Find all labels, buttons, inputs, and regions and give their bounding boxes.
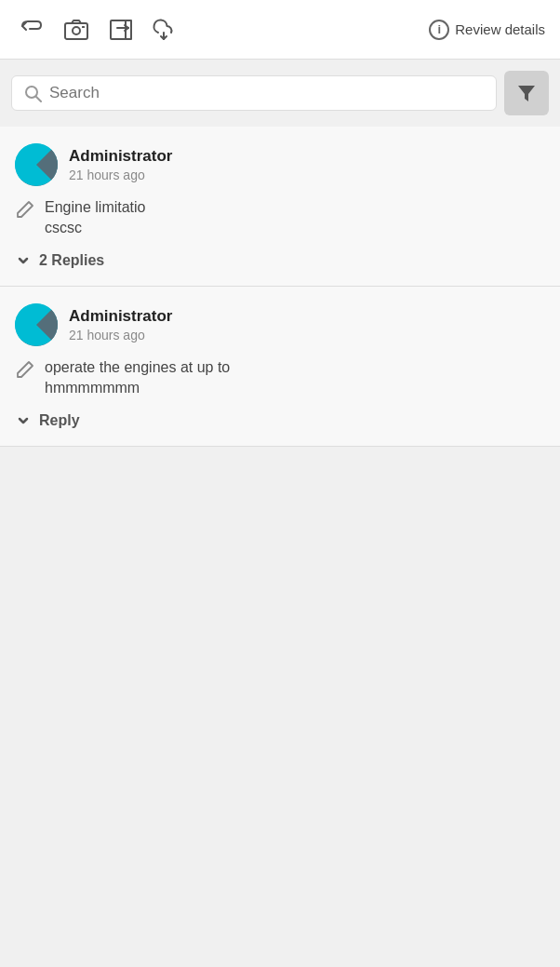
comment-body-2: operate the engines at up tohmmmmmmm (15, 357, 545, 399)
filter-icon (516, 83, 537, 103)
comment-text-2: operate the engines at up tohmmmmmmm (45, 357, 230, 399)
comment-meta-1: Administrator 21 hours ago (69, 147, 172, 182)
avatar-2 (15, 303, 58, 346)
replies-label-1: 2 Replies (39, 252, 104, 269)
svg-line-6 (36, 97, 41, 101)
info-icon: i (429, 20, 449, 40)
replies-label-2: Reply (39, 412, 80, 429)
pencil-icon-1 (15, 199, 35, 220)
comment-header-2: Administrator 21 hours ago (15, 303, 545, 346)
svg-rect-3 (111, 20, 126, 39)
comment-author-1: Administrator (69, 147, 172, 166)
chevron-icon-1 (15, 252, 32, 269)
review-details-button[interactable]: i Review details (429, 20, 545, 40)
search-input[interactable] (49, 84, 485, 102)
comment-card-2: Administrator 21 hours ago operate the e… (0, 287, 560, 447)
search-icon (23, 84, 42, 102)
comment-meta-2: Administrator 21 hours ago (69, 307, 172, 342)
avatar-1 (15, 143, 58, 186)
pencil-icon-2 (15, 359, 35, 380)
comment-card-1: Administrator 21 hours ago Engine limita… (0, 127, 560, 287)
replies-toggle-2[interactable]: Reply (15, 412, 545, 429)
svg-marker-7 (518, 86, 535, 101)
undo-icon[interactable] (15, 13, 48, 47)
search-input-wrapper[interactable] (11, 75, 497, 111)
svg-rect-2 (82, 26, 85, 28)
download-cloud-icon[interactable] (149, 13, 182, 47)
comment-author-2: Administrator (69, 307, 172, 326)
chevron-icon-2 (15, 412, 32, 429)
comment-header-1: Administrator 21 hours ago (15, 143, 545, 186)
search-bar-row (0, 60, 560, 127)
import-icon[interactable] (104, 13, 138, 47)
toolbar: i Review details (0, 0, 560, 60)
comment-time-1: 21 hours ago (69, 168, 172, 182)
comment-body-1: Engine limitatiocscsc (15, 197, 545, 239)
svg-rect-0 (65, 23, 87, 39)
comment-time-2: 21 hours ago (69, 328, 172, 342)
review-details-label: Review details (455, 21, 545, 37)
svg-point-5 (26, 87, 37, 98)
svg-point-1 (73, 27, 80, 34)
comment-text-1: Engine limitatiocscsc (45, 197, 146, 239)
camera-icon[interactable] (60, 13, 93, 47)
replies-toggle-1[interactable]: 2 Replies (15, 252, 545, 269)
filter-button[interactable] (504, 71, 549, 115)
